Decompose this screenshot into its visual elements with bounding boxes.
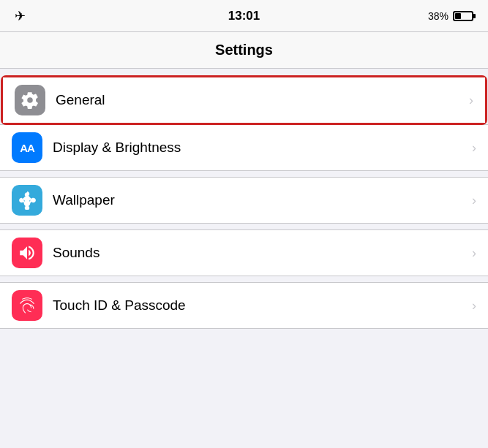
battery-body [453, 11, 473, 21]
wallpaper-chevron: › [472, 193, 476, 208]
gear-svg [20, 91, 40, 110]
page-title: Settings [215, 42, 273, 58]
status-time: 13:01 [228, 9, 260, 23]
touchid-chevron: › [472, 298, 476, 314]
battery-percent: 38% [428, 10, 448, 22]
sounds-chevron: › [472, 246, 476, 261]
settings-item-display[interactable]: AA Display & Brightness › [0, 125, 488, 170]
touchid-icon [12, 290, 42, 321]
settings-group-sounds: Sounds › [0, 229, 488, 276]
aa-text: AA [20, 142, 34, 154]
settings-group-touchid: Touch ID & Passcode › [0, 282, 488, 329]
airplane-icon: ✈ [15, 8, 26, 24]
battery-fill [455, 13, 461, 19]
settings-item-general[interactable]: General › [3, 77, 485, 123]
wallpaper-icon [12, 185, 42, 216]
settings-group-display: AA Display & Brightness › [0, 124, 488, 171]
status-left: ✈ [15, 8, 26, 24]
settings-item-touchid[interactable]: Touch ID & Passcode › [0, 283, 488, 328]
fingerprint-svg [18, 296, 37, 315]
nav-bar: Settings [0, 32, 488, 69]
settings-group-wallpaper: Wallpaper › [0, 177, 488, 224]
display-icon: AA [12, 132, 42, 163]
display-label: Display & Brightness [53, 140, 472, 156]
speaker-svg [18, 243, 37, 262]
settings-item-wallpaper[interactable]: Wallpaper › [0, 178, 488, 223]
highlight-box: General › [3, 77, 485, 123]
general-label: General [56, 92, 469, 108]
battery-icon [453, 11, 473, 21]
sounds-icon [12, 238, 42, 268]
general-chevron: › [469, 93, 473, 108]
settings-list: General › AA Display & Brightness › Wall… [0, 69, 488, 329]
flower-svg [18, 191, 37, 210]
sounds-label: Sounds [53, 245, 472, 261]
wallpaper-label: Wallpaper [53, 192, 472, 208]
touchid-label: Touch ID & Passcode [53, 297, 472, 314]
display-chevron: › [472, 140, 476, 156]
status-bar: ✈ 13:01 38% [0, 0, 488, 32]
general-icon [15, 85, 45, 115]
settings-item-sounds[interactable]: Sounds › [0, 230, 488, 276]
status-right: 38% [428, 10, 473, 22]
